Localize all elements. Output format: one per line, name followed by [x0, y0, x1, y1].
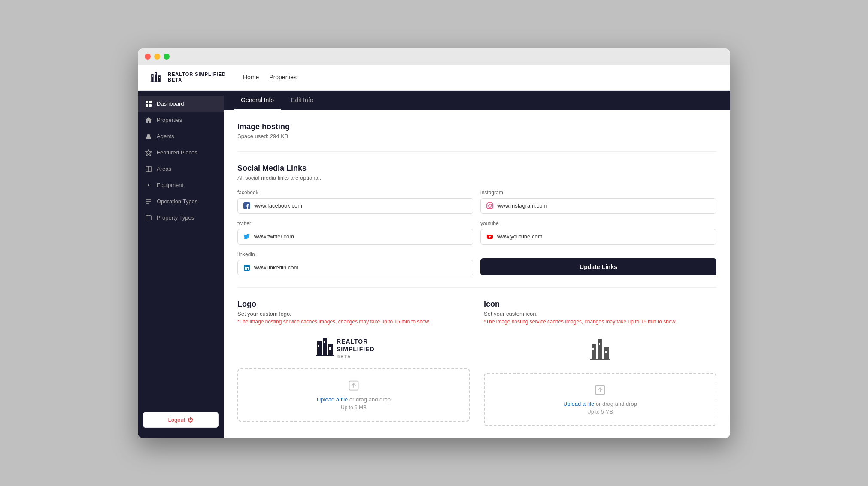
icon-title: Icon: [484, 300, 716, 309]
logo-upload-suffix: or drag and drop: [348, 396, 391, 403]
svg-rect-27: [316, 355, 334, 356]
tabs-bar: General Info Edit Info: [224, 91, 730, 110]
icon-subtitle: Set your custom icon.: [484, 311, 716, 317]
icon-section: Icon Set your custom icon. *The image ho…: [484, 300, 716, 426]
twitter-input-wrapper: [237, 229, 473, 245]
svg-rect-30: [329, 347, 331, 350]
sidebar-item-operation-types[interactable]: Operation Types: [138, 193, 224, 210]
areas-icon: [145, 165, 152, 173]
facebook-label: facebook: [237, 190, 473, 196]
svg-point-14: [148, 184, 149, 186]
svg-rect-10: [149, 104, 152, 107]
sidebar-item-dashboard[interactable]: Dashboard: [138, 96, 224, 112]
image-hosting-space: Space used: 294 KB: [237, 133, 716, 139]
top-navigation: REALTOR SIMPLIFIED BETA Home Properties: [138, 65, 730, 91]
instagram-field-group: instagram: [480, 190, 716, 214]
minimize-button[interactable]: [154, 54, 160, 60]
svg-text:BETA: BETA: [337, 354, 351, 359]
logo-warning: *The image hosting service caches images…: [237, 319, 470, 325]
svg-rect-15: [146, 216, 151, 220]
logo-upload-zone[interactable]: Upload a file or drag and drop Up to 5 M…: [237, 368, 470, 422]
twitter-label: twitter: [237, 220, 473, 226]
facebook-input[interactable]: [254, 202, 468, 209]
logo-upload-text: Upload a file or drag and drop: [249, 396, 459, 403]
svg-rect-22: [245, 267, 246, 270]
logout-label: Logout: [168, 417, 185, 423]
sidebar-item-areas[interactable]: Areas: [138, 161, 224, 177]
social-media-subtitle: All social media links are optional.: [237, 175, 716, 181]
equipment-icon: [145, 181, 152, 189]
sidebar-item-equipment[interactable]: Equipment: [138, 177, 224, 193]
sidebar-label-areas: Areas: [157, 166, 171, 172]
linkedin-input[interactable]: [254, 264, 468, 271]
svg-rect-3: [150, 82, 161, 82]
main-layout: Dashboard Properties Agents Featured Pla…: [138, 91, 730, 438]
logout-button[interactable]: Logout ⏻: [143, 412, 219, 428]
facebook-input-wrapper: [237, 198, 473, 214]
instagram-input[interactable]: [497, 202, 711, 209]
social-media-form: facebook instagram: [237, 190, 716, 275]
sidebar-item-agents[interactable]: Agents: [138, 128, 224, 145]
image-hosting-title: Image hosting: [237, 122, 716, 131]
nav-properties-link[interactable]: Properties: [269, 74, 297, 81]
svg-rect-29: [324, 341, 325, 343]
linkedin-input-wrapper: [237, 260, 473, 275]
instagram-icon: [486, 202, 494, 210]
linkedin-field-group: linkedin: [237, 251, 473, 275]
svg-point-17: [489, 205, 491, 207]
twitter-icon: [243, 233, 251, 241]
icon-warning: *The image hosting service caches images…: [484, 319, 716, 325]
svg-rect-24: [317, 341, 322, 355]
tab-edit-info[interactable]: Edit Info: [284, 91, 320, 110]
sidebar-item-featured-places[interactable]: Featured Places: [138, 145, 224, 161]
upload-icon-icon: [495, 384, 705, 397]
close-button[interactable]: [145, 54, 151, 60]
agents-icon: [145, 133, 152, 140]
icon-upload-suffix: or drag and drop: [594, 401, 637, 407]
svg-rect-8: [149, 101, 152, 103]
section-divider-2: [237, 287, 716, 288]
facebook-field-group: facebook: [237, 190, 473, 214]
icon-upload-zone[interactable]: Upload a file or drag and drop Up to 5 M…: [484, 373, 716, 426]
property-types-icon: [145, 214, 152, 222]
sidebar-label-agents: Agents: [157, 133, 174, 139]
section-divider-1: [237, 151, 716, 152]
svg-rect-36: [598, 339, 602, 359]
instagram-input-wrapper: [480, 198, 716, 214]
icon-upload-size: Up to 5 MB: [495, 409, 705, 415]
tab-general-info[interactable]: General Info: [234, 91, 281, 110]
update-links-group: Update Links: [480, 251, 716, 275]
sidebar-label-properties: Properties: [157, 117, 182, 123]
update-links-button[interactable]: Update Links: [480, 258, 716, 275]
sidebar-label-equipment: Equipment: [157, 182, 183, 188]
maximize-button[interactable]: [164, 54, 170, 60]
sidebar: Dashboard Properties Agents Featured Pla…: [138, 91, 224, 438]
icon-upload-link[interactable]: Upload a file: [563, 401, 594, 407]
dashboard-icon: [145, 100, 152, 108]
svg-rect-16: [487, 203, 493, 209]
titlebar: [138, 48, 730, 65]
twitter-input[interactable]: [254, 233, 468, 240]
svg-rect-35: [592, 344, 596, 359]
svg-rect-40: [599, 343, 600, 345]
svg-text:REALTOR: REALTOR: [337, 338, 368, 345]
svg-rect-39: [592, 348, 594, 350]
sidebar-label-operation-types: Operation Types: [157, 198, 197, 205]
youtube-label: youtube: [480, 220, 716, 226]
youtube-input[interactable]: [497, 233, 711, 240]
svg-rect-7: [146, 101, 148, 103]
featured-places-icon: [145, 149, 152, 157]
sidebar-item-properties[interactable]: Properties: [138, 112, 224, 128]
logo-title: Logo: [237, 300, 470, 309]
svg-rect-9: [146, 104, 148, 107]
youtube-field-group: youtube: [480, 220, 716, 245]
facebook-icon: [243, 202, 251, 210]
sidebar-label-property-types: Property Types: [157, 214, 194, 221]
sidebar-item-property-types[interactable]: Property Types: [138, 210, 224, 226]
logo-upload-link[interactable]: Upload a file: [317, 396, 348, 403]
youtube-input-wrapper: [480, 229, 716, 245]
social-media-title: Social Media Links: [237, 164, 716, 173]
svg-point-18: [491, 204, 492, 205]
svg-point-23: [245, 265, 246, 266]
nav-home-link[interactable]: Home: [243, 74, 259, 81]
